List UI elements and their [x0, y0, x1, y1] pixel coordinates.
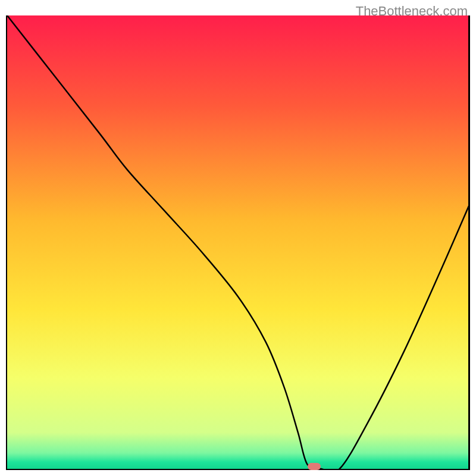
chart-frame	[6, 15, 470, 470]
watermark-text: TheBottleneck.com	[356, 4, 468, 19]
bottleneck-marker	[308, 463, 321, 470]
